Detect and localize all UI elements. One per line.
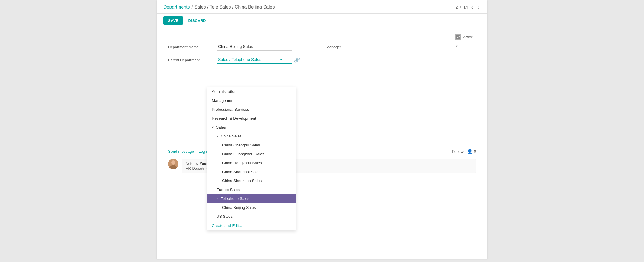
chatter-right: Follow 👤 0 xyxy=(452,149,476,154)
parent-dept-row: Parent Department ▾ 🔗 xyxy=(168,56,476,64)
dropdown-item-telephone-sales[interactable]: ✓ Telephone Sales xyxy=(207,194,296,203)
pagination-current: 2 xyxy=(456,5,458,9)
pagination: 2 / 14 ‹ › xyxy=(456,4,481,10)
form-area: Active Department Name Manager ▾ Parent … xyxy=(157,28,487,75)
dropdown-item-china-shanghai[interactable]: China Shanghai Sales xyxy=(207,167,296,176)
dept-name-row: Department Name Manager ▾ xyxy=(168,43,476,51)
external-link-icon[interactable]: 🔗 xyxy=(294,57,300,63)
note-avatar xyxy=(168,159,178,169)
top-bar: Departments / Sales / Tele Sales / China… xyxy=(157,0,487,14)
dropdown-item-europe-sales[interactable]: Europe Sales xyxy=(207,185,296,194)
follow-button[interactable]: Follow xyxy=(452,149,463,154)
dropdown-item-us-sales[interactable]: US Sales xyxy=(207,212,296,221)
create-edit-option[interactable]: Create and Edit... xyxy=(207,221,296,230)
dropdown-item-professional-services[interactable]: Professional Services xyxy=(207,105,296,114)
dropdown-item-china-hangzhou[interactable]: China Hangzhou Sales xyxy=(207,158,296,167)
dropdown-item-administration[interactable]: Administration xyxy=(207,87,296,96)
chatter-area: Send message Log note Follow 👤 0 xyxy=(157,144,487,178)
dropdown-item-sales[interactable]: ✓ Sales xyxy=(207,123,296,132)
parent-dept-input[interactable] xyxy=(217,56,292,64)
dropdown-item-china-sales[interactable]: ✓ China Sales xyxy=(207,132,296,141)
breadcrumb-departments-link[interactable]: Departments xyxy=(163,5,190,10)
pagination-total: 14 xyxy=(463,5,468,9)
main-content: Departments / Sales / Tele Sales / China… xyxy=(157,0,487,259)
active-label: Active xyxy=(463,35,473,39)
manager-label: Manager xyxy=(323,43,367,49)
breadcrumb-path: Sales / Tele Sales / China Beijing Sales xyxy=(194,5,275,10)
svg-point-2 xyxy=(171,160,175,165)
save-button[interactable]: SAVE xyxy=(163,16,183,25)
active-badge-row: Active xyxy=(168,34,476,40)
chevron-china-sales: ✓ xyxy=(216,134,219,138)
manager-dropdown-icon: ▾ xyxy=(456,44,458,48)
note-author-prefix: Note by xyxy=(186,161,199,166)
followers-icon: 👤 xyxy=(467,149,473,154)
page-wrapper: Departments / Sales / Tele Sales / China… xyxy=(0,0,644,262)
pagination-separator: / xyxy=(460,5,461,9)
pagination-prev-button[interactable]: ‹ xyxy=(470,4,474,10)
parent-dept-dropdown: Administration Management Professional S… xyxy=(207,87,296,230)
pagination-next-button[interactable]: › xyxy=(477,4,481,10)
breadcrumb: Departments / Sales / Tele Sales / China… xyxy=(163,5,275,10)
active-icon xyxy=(455,34,461,40)
active-badge: Active xyxy=(455,34,473,40)
dropdown-item-management[interactable]: Management xyxy=(207,96,296,105)
discard-button[interactable]: DISCARD xyxy=(186,16,208,25)
dropdown-item-china-chengdu[interactable]: China Chengdu Sales xyxy=(207,141,296,150)
action-bar: SAVE DISCARD xyxy=(157,14,487,28)
followers-count: 👤 0 xyxy=(467,149,476,154)
send-message-button[interactable]: Send message xyxy=(168,149,194,154)
dropdown-item-china-beijing[interactable]: China Beijing Sales xyxy=(207,203,296,212)
dept-name-label: Department Name xyxy=(168,43,211,49)
avatar-face xyxy=(168,159,178,169)
parent-dept-select-wrapper: ▾ 🔗 xyxy=(217,56,300,64)
dropdown-item-china-shenzhen[interactable]: China Shenzhen Sales xyxy=(207,176,296,185)
dept-name-input[interactable] xyxy=(217,43,292,51)
chevron-telephone-sales: ✓ xyxy=(216,197,219,200)
followers-number: 0 xyxy=(474,149,476,154)
parent-dept-label: Parent Department xyxy=(168,56,211,62)
manager-input-wrapper: ▾ xyxy=(372,43,459,50)
chevron-sales: ✓ xyxy=(212,125,214,129)
dropdown-item-research-development[interactable]: Research & Development xyxy=(207,114,296,123)
dropdown-item-china-guangzhou[interactable]: China Guangzhou Sales xyxy=(207,150,296,158)
breadcrumb-separator: / xyxy=(192,5,193,9)
